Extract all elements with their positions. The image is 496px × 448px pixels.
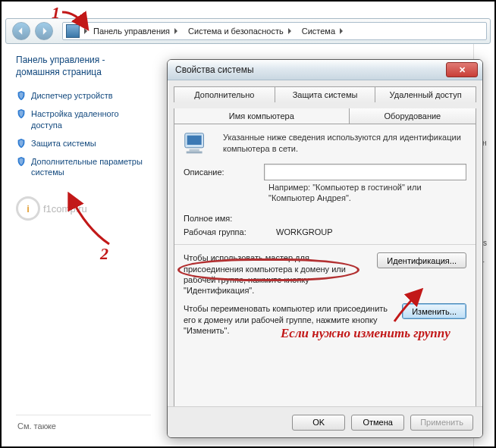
- breadcrumb-seg-2[interactable]: Система и безопасность: [184, 25, 297, 37]
- close-icon[interactable]: ✕: [446, 62, 478, 77]
- tab-computer-name[interactable]: Имя компьютера: [174, 108, 350, 124]
- nav-forward-button[interactable]: [35, 22, 53, 40]
- identification-button[interactable]: Идентификация...: [377, 252, 466, 268]
- workgroup-value: WORKGROUP: [276, 227, 333, 237]
- identification-text: Чтобы использовать мастер для присоедине…: [184, 252, 369, 296]
- sidebar-item-label: Защита системы: [31, 138, 96, 149]
- dialog-button-row: OK Отмена Применить: [168, 406, 482, 437]
- tab-panel-computer-name: Указанные ниже сведения используются для…: [174, 124, 476, 416]
- sidebar-item-remote-settings[interactable]: Настройка удаленного доступа: [16, 106, 151, 133]
- computer-icon: [182, 130, 211, 159]
- ok-button[interactable]: OK: [292, 415, 345, 431]
- nav-back-button[interactable]: [12, 22, 30, 40]
- breadcrumb-seg-3[interactable]: Система: [297, 25, 349, 37]
- tab-advanced[interactable]: Дополнительно: [174, 86, 275, 102]
- breadcrumb-seg-1[interactable]: Панель управления: [89, 25, 184, 37]
- annotation-number-2: 2: [100, 244, 108, 264]
- tab-row-1: Дополнительно Защита системы Удаленный д…: [174, 86, 476, 102]
- annotation-number-1: 1: [52, 3, 60, 23]
- sidebar-home-link[interactable]: Панель управления - домашняя страница: [16, 55, 151, 78]
- tab-hardware[interactable]: Оборудование: [350, 108, 476, 124]
- sidebar-item-label: Настройка удаленного доступа: [31, 108, 151, 131]
- tab-remote[interactable]: Удаленный доступ: [375, 86, 476, 102]
- watermark-logo: if1comp.ru: [16, 196, 151, 221]
- breadcrumb[interactable]: Панель управления Система и безопасность…: [62, 22, 487, 40]
- sidebar-item-system-protection[interactable]: Защита системы: [16, 136, 151, 152]
- system-properties-dialog: Свойства системы ✕ Дополнительно Защита …: [167, 59, 483, 438]
- description-hint: Например: "Компьютер в гостиной" или "Ко…: [268, 182, 466, 204]
- sidebar-item-device-manager[interactable]: Диспетчер устройств: [16, 88, 151, 104]
- dialog-titlebar[interactable]: Свойства системы ✕: [168, 60, 482, 80]
- dialog-title: Свойства системы: [175, 64, 446, 75]
- control-panel-icon: [66, 24, 80, 38]
- control-panel-sidebar: Панель управления - домашняя страница Ди…: [5, 44, 160, 443]
- explorer-navbar: Панель управления Система и безопасность…: [5, 18, 491, 44]
- sidebar-item-label: Дополнительные параметры системы: [31, 156, 151, 179]
- svg-rect-1: [187, 136, 202, 145]
- tab-protection[interactable]: Защита системы: [275, 86, 376, 102]
- tab-row-2: Имя компьютера Оборудование: [174, 108, 476, 124]
- intro-text: Указанные ниже сведения используются для…: [223, 132, 466, 155]
- cancel-button[interactable]: Отмена: [351, 415, 404, 431]
- apply-button[interactable]: Применить: [410, 415, 473, 431]
- change-button[interactable]: Изменить...: [402, 303, 466, 319]
- fullname-label: Полное имя:: [184, 214, 259, 223]
- shield-icon: [16, 138, 27, 149]
- sidebar-item-label: Диспетчер устройств: [31, 90, 113, 102]
- description-label: Описание:: [184, 168, 259, 177]
- svg-rect-3: [187, 152, 202, 154]
- annotation-caption: Если нужно изменить группу: [281, 326, 450, 341]
- sidebar-item-advanced-settings[interactable]: Дополнительные параметры системы: [16, 154, 151, 181]
- workgroup-label: Рабочая группа:: [184, 227, 259, 237]
- sidebar-see-also: См. также: [16, 415, 151, 437]
- shield-icon: [16, 90, 27, 101]
- shield-icon: [16, 156, 27, 167]
- description-input[interactable]: [264, 164, 466, 180]
- svg-rect-2: [190, 149, 199, 152]
- shield-icon: [16, 108, 27, 119]
